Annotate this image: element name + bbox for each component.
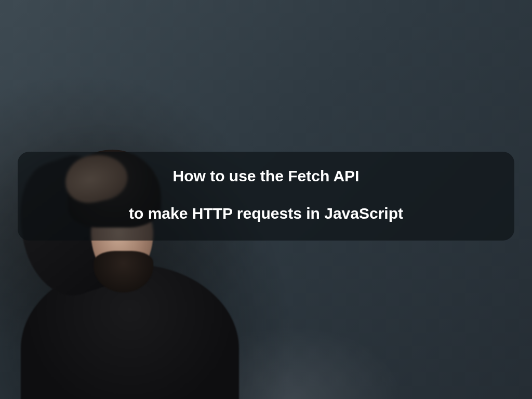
title-line-1: How to use the Fetch API bbox=[38, 166, 494, 186]
title-card: How to use the Fetch API to make HTTP re… bbox=[18, 152, 514, 241]
title-line-2: to make HTTP requests in JavaScript bbox=[38, 204, 494, 223]
hero-image: How to use the Fetch API to make HTTP re… bbox=[0, 0, 532, 399]
